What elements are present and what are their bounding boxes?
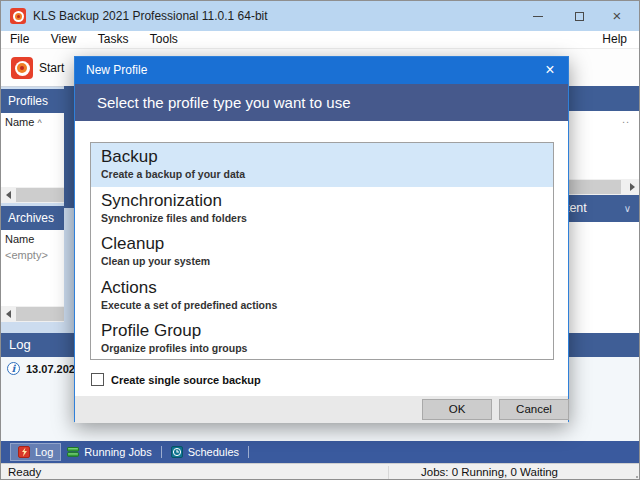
log-entry-date: 13.07.2022 — [26, 363, 81, 375]
item-description: Synchronize files and folders — [101, 212, 553, 225]
bottom-tab-strip: Log Running Jobs Schedules — [1, 441, 640, 463]
status-bar: Ready Jobs: 0 Running, 0 Waiting — [1, 463, 640, 480]
resize-grip-icon[interactable] — [636, 476, 638, 478]
tab-separator — [161, 446, 162, 458]
app-window: KLS Backup 2021 Professional 11.0.1 64-b… — [0, 0, 640, 480]
list-item-actions[interactable]: Actions Execute a set of predefined acti… — [91, 274, 553, 318]
tab-schedules-label: Schedules — [188, 446, 239, 458]
tab-running-jobs[interactable]: Running Jobs — [60, 444, 158, 460]
jobs-status-text: Jobs: 0 Running, 0 Waiting — [421, 464, 558, 480]
status-text: Ready — [8, 464, 41, 480]
archives-panel-title: Archives — [8, 211, 54, 225]
title-bar: KLS Backup 2021 Professional 11.0.1 64-b… — [1, 1, 639, 31]
running-jobs-icon — [67, 446, 79, 458]
tab-schedules[interactable]: Schedules — [164, 444, 246, 460]
single-source-checkbox-row[interactable]: Create single source backup — [91, 373, 261, 386]
overflow-icon: .. — [622, 113, 630, 125]
profile-type-list: Backup Create a backup of your data Sync… — [90, 142, 554, 360]
status-separator — [388, 466, 389, 479]
dialog-close-button[interactable]: × — [536, 57, 564, 84]
profiles-list[interactable]: Name ^ — [1, 113, 64, 187]
maximize-button[interactable] — [566, 1, 592, 31]
tab-running-jobs-label: Running Jobs — [84, 446, 151, 458]
profiles-name-column-header[interactable]: Name ^ — [1, 113, 64, 128]
scrollbar-thumb[interactable] — [16, 188, 64, 202]
scroll-right-button[interactable] — [625, 179, 640, 195]
menu-file[interactable]: File — [1, 31, 38, 48]
arrow-left-icon — [6, 191, 11, 199]
item-title: Profile Group — [101, 320, 553, 342]
panel-splitter[interactable] — [64, 208, 74, 333]
list-item-backup[interactable]: Backup Create a backup of your data — [91, 143, 553, 187]
sort-ascending-icon: ^ — [37, 118, 41, 128]
dialog-button-bar: OK Cancel — [75, 396, 568, 423]
item-title: Cleanup — [101, 233, 553, 255]
log-entry-row[interactable]: i 13.07.2022 — [7, 362, 81, 375]
checkbox-label: Create single source backup — [111, 374, 261, 386]
archives-panel-header: Archives — [1, 206, 64, 230]
app-logo-icon — [10, 8, 26, 24]
log-tab-icon — [18, 446, 30, 458]
profiles-panel-title: Profiles — [8, 94, 48, 108]
tab-log[interactable]: Log — [11, 444, 60, 460]
window-title: KLS Backup 2021 Professional 11.0.1 64-b… — [33, 1, 268, 31]
scroll-left-button[interactable] — [1, 187, 16, 203]
scrollbar-thumb[interactable] — [16, 307, 64, 321]
schedules-icon — [171, 446, 183, 458]
item-description: Create a backup of your data — [101, 168, 553, 181]
dialog-header-band: Select the profile type you want to use — [75, 84, 568, 121]
menu-help[interactable]: Help — [596, 31, 633, 48]
arrow-left-icon — [6, 310, 11, 318]
menu-view[interactable]: View — [42, 31, 86, 48]
item-title: Actions — [101, 277, 553, 299]
panel-splitter[interactable] — [64, 111, 74, 208]
menu-tasks[interactable]: Tasks — [89, 31, 138, 48]
scroll-left-button[interactable] — [1, 306, 16, 322]
list-item-cleanup[interactable]: Cleanup Clean up your system — [91, 230, 553, 274]
dialog-header-text: Select the profile type you want to use — [97, 84, 350, 121]
checkbox-unchecked-icon[interactable] — [91, 373, 104, 386]
item-description: Organize profiles into groups — [101, 342, 553, 355]
tab-separator — [248, 446, 249, 458]
list-item-synchronization[interactable]: Synchronization Synchronize files and fo… — [91, 187, 553, 231]
log-panel-title: Log — [9, 337, 31, 352]
start-label: Start — [39, 61, 64, 75]
item-description: Execute a set of predefined actions — [101, 299, 553, 312]
item-title: Synchronization — [101, 190, 553, 212]
close-button[interactable]: × — [604, 1, 630, 31]
info-icon: i — [7, 362, 20, 375]
start-icon — [11, 57, 33, 79]
tab-log-label: Log — [35, 446, 53, 458]
chevron-down-icon[interactable]: ∨ — [624, 195, 631, 222]
minimize-button[interactable] — [525, 1, 551, 31]
archives-list[interactable]: Name <empty> — [1, 230, 64, 306]
start-button[interactable]: Start — [3, 52, 72, 84]
new-profile-dialog: New Profile × Select the profile type yo… — [74, 56, 569, 422]
profiles-panel-header: Profiles — [1, 89, 64, 113]
arrow-right-icon — [630, 183, 635, 191]
ok-button[interactable]: OK — [422, 399, 492, 420]
menu-bar: File View Tasks Tools Help — [1, 31, 639, 48]
item-description: Clean up your system — [101, 255, 553, 268]
archives-horizontal-scrollbar[interactable] — [1, 306, 64, 322]
profiles-horizontal-scrollbar[interactable] — [1, 187, 64, 203]
item-title: Backup — [101, 146, 553, 168]
list-item-profile-group[interactable]: Profile Group Organize profiles into gro… — [91, 317, 553, 360]
archives-empty-text: <empty> — [1, 245, 64, 261]
menu-tools[interactable]: Tools — [141, 31, 187, 48]
archives-name-column-header[interactable]: Name — [1, 230, 64, 245]
cancel-button[interactable]: Cancel — [499, 399, 569, 420]
dialog-title-bar: New Profile × — [75, 57, 568, 84]
dialog-title: New Profile — [86, 57, 147, 84]
